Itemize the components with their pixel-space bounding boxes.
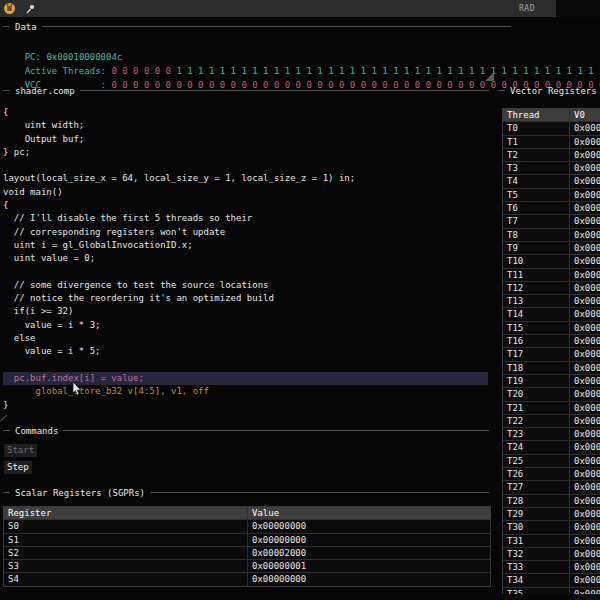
vgpr-row: T220x000 [503, 415, 600, 428]
vgpr-row: T340x000 [503, 574, 600, 587]
resize-grip-icon[interactable] [0, 415, 7, 422]
vgpr-row: T80x000 [503, 229, 600, 242]
register-name-cell: T4 [503, 175, 569, 187]
code-line: { [3, 199, 488, 212]
register-value-cell: 0x000 [569, 535, 600, 547]
register-value-cell: 0x000 [569, 202, 600, 214]
section-separator-vgpr: Vector Registers [498, 86, 600, 95]
vgpr-row: T260x000 [503, 468, 600, 481]
separator-line [80, 90, 489, 91]
register-value-cell: 0x000 [569, 375, 600, 387]
register-value-cell: 0x000 [569, 335, 600, 347]
register-value-cell: 0x000 [569, 308, 600, 320]
register-name-cell: T34 [503, 574, 569, 586]
code-line: // notice the reordering it's an optimiz… [3, 292, 488, 305]
register-name-cell: T19 [503, 375, 569, 387]
register-name-cell: T31 [503, 535, 569, 547]
register-name-cell: T29 [503, 508, 569, 520]
step-button[interactable]: Step [4, 461, 32, 474]
register-name-cell: T20 [503, 388, 569, 400]
code-line: layout(local_size_x = 64, local_size_y =… [3, 172, 488, 185]
code-line: uint i = gl_GlobalInvocationID.x; [3, 239, 488, 252]
debugger-window: W RAD Data PC: 0x00010000004c Active Thr… [0, 0, 600, 600]
column-header-value: Value [247, 507, 490, 519]
code-line: } pc; [3, 146, 488, 159]
sgpr-row: S40x00000000 [4, 573, 490, 585]
column-header-register: Register [4, 507, 247, 519]
register-name-cell: T30 [503, 521, 569, 533]
code-line: { [3, 106, 488, 119]
section-label: Scalar Registers (SGPRs) [15, 488, 145, 498]
register-name-cell: T22 [503, 415, 569, 427]
register-name-cell: T26 [503, 468, 569, 480]
register-name-cell: S1 [4, 534, 247, 546]
register-name-cell: T21 [503, 402, 569, 414]
section-label: shader.comp [15, 86, 75, 96]
vgpr-row: T300x000 [503, 521, 600, 534]
start-button[interactable]: Start [4, 444, 37, 457]
separator-line [42, 26, 511, 27]
code-line [3, 159, 488, 172]
code-line [3, 266, 488, 279]
register-name-cell: T11 [503, 269, 569, 281]
register-value-cell: 0x000 [569, 136, 600, 148]
register-name-cell: S3 [4, 560, 247, 572]
code-line: value = i * 5; [3, 345, 488, 358]
register-value-cell: 0x000 [569, 162, 600, 174]
register-value-cell: 0x00000001 [247, 560, 490, 572]
code-line: uint width; [3, 119, 488, 132]
register-value-cell: 0x000 [569, 122, 600, 134]
register-name-cell: T10 [503, 255, 569, 267]
table-header-row: Thread V0 [503, 109, 600, 122]
register-name-cell: T9 [503, 242, 569, 254]
register-value-cell: 0x000 [569, 508, 600, 520]
vgpr-row: T180x000 [503, 362, 600, 375]
register-value-cell: 0x000 [569, 322, 600, 334]
register-name-cell: T23 [503, 428, 569, 440]
register-name-cell: T28 [503, 495, 569, 507]
register-value-cell: 0x000 [569, 548, 600, 560]
code-line: uint value = 0; [3, 252, 488, 265]
register-name-cell: T6 [503, 202, 569, 214]
table-header-row: Register Value [4, 507, 490, 520]
separator-line [150, 492, 489, 493]
vgpr-row: T110x000 [503, 269, 600, 282]
register-name-cell: S2 [4, 547, 247, 559]
register-value-cell: 0x000 [569, 495, 600, 507]
register-name-cell: T14 [503, 308, 569, 320]
vgpr-row: T120x000 [503, 282, 600, 295]
section-label: Commands [15, 426, 58, 436]
code-line: Output buf; [3, 133, 488, 146]
separator-line [63, 430, 489, 431]
column-header-thread: Thread [503, 109, 569, 121]
vgpr-row: T130x000 [503, 295, 600, 308]
vgpr-row: T100x000 [503, 255, 600, 268]
register-name-cell: T13 [503, 295, 569, 307]
code-line: } [3, 399, 488, 412]
pin-icon[interactable] [26, 4, 35, 16]
vector-registers-panel[interactable]: Vector Registers Thread V0 T00x000T10x00… [498, 17, 600, 594]
vgpr-row: T320x000 [503, 548, 600, 561]
vgpr-row: T00x000 [503, 122, 600, 135]
register-value-cell: 0x000 [569, 362, 600, 374]
vgpr-row: T250x000 [503, 455, 600, 468]
register-name-cell: T15 [503, 322, 569, 334]
register-value-cell: 0x000 [569, 189, 600, 201]
sgpr-row: S20x00002000 [4, 547, 490, 560]
vgpr-row: T190x000 [503, 375, 600, 388]
register-name-cell: T2 [503, 149, 569, 161]
vgpr-row: T140x000 [503, 308, 600, 321]
resize-grip-icon[interactable] [485, 72, 494, 81]
register-name-cell: T27 [503, 481, 569, 493]
window-title: RAD [519, 4, 535, 13]
register-name-cell: T32 [503, 548, 569, 560]
register-value-cell: 0x000 [569, 481, 600, 493]
sgpr-row: S30x00000001 [4, 560, 490, 573]
vgpr-row: T350x000 [503, 588, 600, 594]
code-line [3, 359, 488, 372]
register-value-cell: 0x00000000 [247, 520, 490, 532]
register-value-cell: 0x000 [569, 388, 600, 400]
register-value-cell: 0x000 [569, 402, 600, 414]
titlebar-dark-segment [556, 0, 600, 17]
section-separator-commands: Commands [3, 426, 489, 435]
